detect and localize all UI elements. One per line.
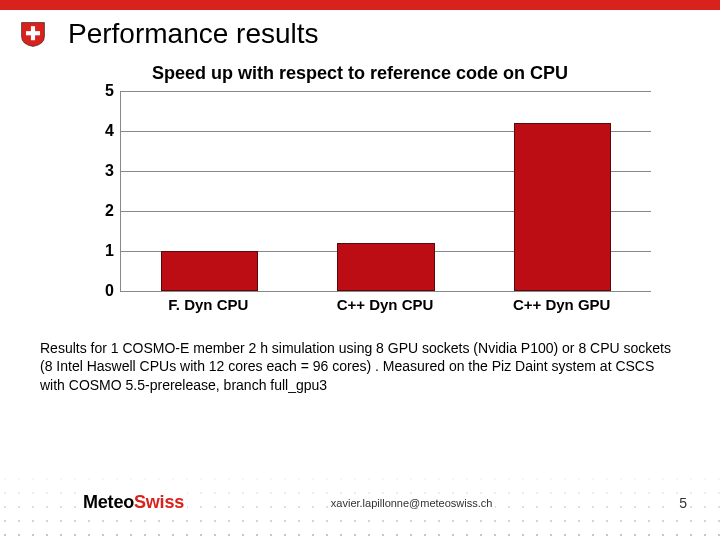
y-tick-label: 3 <box>90 162 114 180</box>
page-title: Performance results <box>68 18 319 50</box>
y-tick-label: 2 <box>90 202 114 220</box>
top-red-bar <box>0 0 720 10</box>
brand-prefix: Meteo <box>83 492 134 512</box>
bar-chart: 012345 F. Dyn CPUC++ Dyn CPUC++ Dyn GPU <box>90 91 650 321</box>
bar <box>337 243 434 291</box>
y-tick-label: 0 <box>90 282 114 300</box>
chart-caption: Results for 1 COSMO-E member 2 h simulat… <box>40 339 680 396</box>
x-tick-label: F. Dyn CPU <box>168 296 248 313</box>
gridline <box>121 91 651 92</box>
header: Performance results <box>0 10 720 54</box>
chart-title: Speed up with respect to reference code … <box>80 62 640 85</box>
bar <box>514 123 611 291</box>
bar <box>161 251 258 291</box>
contact-email: xavier.lapillonne@meteoswiss.ch <box>328 497 496 509</box>
brand-suffix: Swiss <box>134 492 184 512</box>
y-tick-label: 5 <box>90 82 114 100</box>
swiss-shield-icon <box>20 21 46 47</box>
page-number: 5 <box>676 495 690 511</box>
footer: MeteoSwiss xavier.lapillonne@meteoswiss.… <box>0 468 720 540</box>
brand-logo: MeteoSwiss <box>80 492 187 513</box>
x-tick-label: C++ Dyn GPU <box>513 296 611 313</box>
y-tick-label: 1 <box>90 242 114 260</box>
x-tick-label: C++ Dyn CPU <box>337 296 434 313</box>
y-tick-label: 4 <box>90 122 114 140</box>
svg-rect-1 <box>26 31 40 35</box>
plot-area <box>120 91 651 292</box>
